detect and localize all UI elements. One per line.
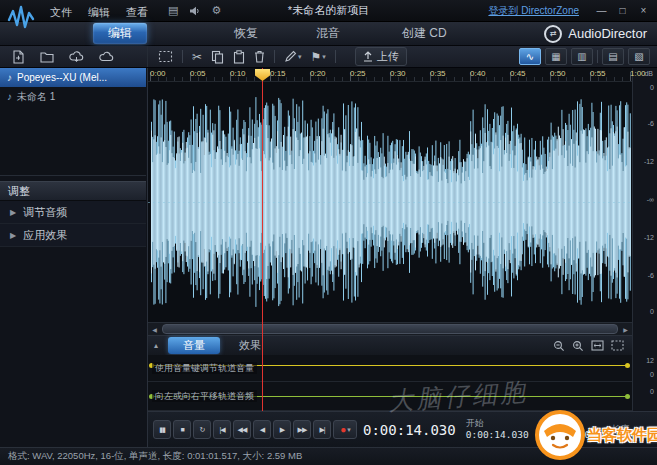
upload-label: 上传 [377,49,399,64]
settings-gear-icon[interactable]: ⚙ [211,4,221,17]
minimize-button[interactable]: — [591,3,612,18]
draw-tool-icon[interactable]: ▾ [284,49,302,64]
range-select-icon[interactable] [158,49,173,64]
timeline-label: 1:00 [630,69,646,78]
stop-button[interactable]: ■ [173,420,191,439]
current-time-display: 0:00:14.030 [363,422,456,438]
db-tick: -12 [644,158,654,165]
scroll-left-icon[interactable]: ◀ [148,323,161,335]
toolbar: ✂ ▾ ⚑ ▾ 上传 [0,46,657,68]
go-to-start-button[interactable]: |◀ [213,420,231,439]
loop-button[interactable]: ↻ [193,420,211,439]
keyframe-panel-button[interactable]: ▤ [602,48,624,65]
speaker-icon[interactable] [189,6,200,16]
media-library-list: ♪Popeyes--XU (Mel...♪未命名 1 [0,68,146,176]
db-tick: -12 [644,234,654,241]
cloud-upload-icon[interactable] [99,49,114,64]
adjust-item-1[interactable]: ▶应用效果 [0,224,146,247]
timeline-label: 0:35 [430,69,446,78]
timeline-label: 0:40 [470,69,486,78]
waveform-display[interactable] [148,82,632,322]
pause-button[interactable]: ▮▮ [153,420,171,439]
scroll-right-icon[interactable]: ▶ [619,323,632,335]
horizontal-scrollbar[interactable]: ◀ ▶ [148,322,632,335]
expander-icon: ▶ [10,231,16,240]
transport-glyph: ■ [180,426,183,433]
site-watermark: 当客软件园 [534,407,657,465]
zoom-in-icon[interactable] [572,340,584,352]
time-field-label: 开始 [466,418,529,429]
panel-tab-1[interactable]: 效果 [224,337,276,354]
step-forward-button[interactable]: ▶ [273,420,291,439]
waveform-view-button[interactable]: ∿ [519,48,541,65]
mode-tab-0[interactable]: 编辑 [93,23,147,44]
maximize-button[interactable]: □ [612,3,633,18]
scrollbar-thumb[interactable] [162,324,618,334]
audiodirector-logo-icon: ⇄ [544,25,562,43]
db-tick: -∞ [647,196,654,203]
import-folder-icon[interactable] [40,49,54,64]
mixer-panel-button[interactable]: ▧ [628,48,650,65]
step-back-button[interactable]: ◀ [253,420,271,439]
db-tick: -6 [648,272,654,279]
zoom-selection-icon[interactable] [611,340,624,351]
rewind-button[interactable]: ◀◀ [233,420,251,439]
collapse-panel-icon[interactable]: ▴ [148,341,164,350]
view-toolbar: ∿ ▦ ▥ ▤ ▧ [519,48,657,65]
panel-tab-0[interactable]: 音量 [168,337,220,354]
file-name-label: 未命名 1 [17,90,55,104]
record-icon: ● [340,424,346,435]
file-name-label: Popeyes--XU (Mel... [17,72,107,83]
split-view-button[interactable]: ▥ [571,48,593,65]
upload-button[interactable]: 上传 [355,47,407,66]
file-info-text: 格式: WAV, 22050Hz, 16-位, 单声道, 长度: 0:01:01… [8,450,302,463]
timeline-ruler[interactable]: 0:000:050:100:150:200:250:300:350:400:45… [148,68,632,82]
workspace-icon[interactable]: ▤ [168,4,178,17]
adjust-panel-header: 调整 [0,181,146,201]
library-toolbar [0,46,148,67]
titlebar-right: 登录到 DirectorZone — □ × [488,3,657,18]
file-list-item[interactable]: ♪未命名 1 [0,87,146,106]
adjust-item-0[interactable]: ▶调节音频 [0,201,146,224]
sidebar: ♪Popeyes--XU (Mel...♪未命名 1 调整 ▶调节音频▶应用效果 [0,68,148,447]
window-title: *未命名的新项目 [288,3,369,18]
paste-icon[interactable] [233,49,245,64]
record-button[interactable]: ● ▾ [333,420,357,439]
audiodirector-window: 文件编辑查看 ▤ ⚙ *未命名的新项目 登录到 DirectorZone — □… [0,0,657,465]
dropdown-caret-icon: ▾ [322,50,326,64]
site-name-text: 当客软件园 [587,426,657,445]
directorzone-login-link[interactable]: 登录到 DirectorZone [488,4,579,18]
go-to-end-button[interactable]: ▶| [313,420,331,439]
delete-icon[interactable] [254,49,265,64]
zoom-out-icon[interactable] [553,340,565,352]
zoom-fit-icon[interactable] [591,340,604,351]
marker-flag-icon[interactable]: ⚑ ▾ [311,49,326,64]
title-bar: 文件编辑查看 ▤ ⚙ *未命名的新项目 登录到 DirectorZone — □… [0,0,657,22]
transport-glyph: ↻ [200,426,205,434]
fast-forward-button[interactable]: ▶▶ [293,420,311,439]
transport-glyph: ◀◀ [238,426,247,434]
copy-icon[interactable] [211,49,224,64]
import-media-icon[interactable] [12,49,25,64]
adjust-panel-items: ▶调节音频▶应用效果 [0,201,146,247]
mode-tab-3[interactable]: 创建 CD [387,23,462,44]
volume-scale-tick: 0 [650,371,654,378]
lane-description-label: 使用音量键调节轨道音量 [152,362,257,374]
mode-tab-1[interactable]: 恢复 [219,23,273,44]
db-tick: 0 [650,308,654,315]
cut-icon[interactable]: ✂ [192,49,202,64]
mode-tabs: 编辑恢复混音创建 CD [0,23,462,44]
time-field-value: 0:00:14.030 [466,429,529,441]
mode-tab-2[interactable]: 混音 [301,23,355,44]
cloud-download-icon[interactable] [69,49,84,64]
spectral-view-button[interactable]: ▦ [545,48,567,65]
edit-toolbar: ✂ ▾ ⚑ ▾ 上传 [148,46,519,67]
file-list-item[interactable]: ♪Popeyes--XU (Mel... [0,68,146,87]
menu-file[interactable]: 文件 [42,6,80,18]
menu-edit[interactable]: 编辑 [80,6,118,18]
menu-view[interactable]: 查看 [118,6,156,18]
transport-glyph: ▶ [280,426,284,434]
close-button[interactable]: × [633,3,654,18]
site-logo-icon [534,409,586,461]
toolbar-separator [597,50,598,63]
